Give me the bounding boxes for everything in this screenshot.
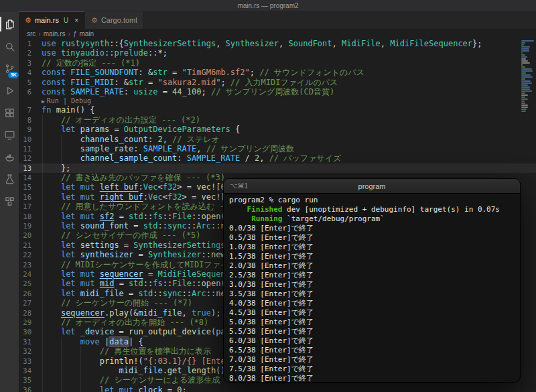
- code-line[interactable]: 2use tinyaudio::prelude::*;: [19, 48, 536, 58]
- code-text: let params = OutputDeviceParameters {: [42, 125, 536, 134]
- line-number: 16: [19, 192, 42, 202]
- activity-item-search[interactable]: [0, 39, 19, 54]
- breadcrumb-item[interactable]: main: [79, 30, 94, 38]
- code-line[interactable]: 3// 定数の指定 --- (*1): [19, 58, 536, 68]
- chevron-right-icon: ›: [38, 30, 40, 38]
- run-and-debug-icon: [4, 85, 15, 96]
- code-line[interactable]: 11 sample_rate: SAMPLE_RATE, // サンプリング周波…: [19, 144, 536, 153]
- codelens-debug-link[interactable]: Debug: [71, 97, 91, 105]
- line-number: 1: [19, 39, 42, 48]
- codelens-row: ▶Run | Debug: [19, 96, 536, 105]
- line-number: 6: [19, 87, 42, 96]
- terminal-titlebar[interactable]: ⌥⌘1 program: [224, 179, 520, 194]
- line-number: 15: [19, 182, 42, 192]
- terminal-line: Running `target/debug/program`: [229, 214, 515, 224]
- code-line[interactable]: 4const FILE_SOUNDFONT: &str = "TimGM6mb.…: [19, 68, 536, 77]
- terminal-line: 5.5/38 [Enter]で終了: [229, 327, 515, 336]
- terminal-line: program2 % cargo run: [229, 196, 515, 205]
- code-line[interactable]: 10 channels_count: 2, // ステレオ: [19, 135, 536, 144]
- line-number: 11: [19, 144, 42, 153]
- explorer-icon: [4, 19, 15, 30]
- code-line[interactable]: 8 // オーディオの出力設定 --- (*2): [19, 115, 536, 125]
- line-number: 12: [19, 153, 42, 163]
- codelens-run-link[interactable]: Run: [47, 97, 59, 105]
- code-text: const FILE_SOUNDFONT: &str = "TimGM6mb.s…: [42, 68, 536, 77]
- line-number: 20: [19, 231, 42, 240]
- line-number: 29: [19, 318, 42, 327]
- breadcrumb[interactable]: src›main.rs›ƒmain: [19, 29, 536, 39]
- code-text: const SAMPLE_RATE: usize = 44_100; // サン…: [42, 87, 536, 96]
- line-number: 34: [19, 366, 42, 375]
- tab-label: main.rs: [35, 16, 59, 24]
- vscode-window: main.rs — program2 3K ⚙main.rsU×⚙Cargo.t…: [0, 0, 536, 392]
- code-line[interactable]: 36 let mut clock = 0;: [19, 385, 536, 392]
- code-line[interactable]: 6const SAMPLE_RATE: usize = 44_100; // サ…: [19, 87, 536, 96]
- activity-item-organization[interactable]: [0, 194, 19, 208]
- testing-icon: [4, 174, 15, 185]
- activity-bar: 3K: [0, 11, 19, 392]
- activity-item-run-and-debug[interactable]: [0, 83, 19, 98]
- code-text: use tinyaudio::prelude::*;: [42, 48, 536, 58]
- run-play-icon[interactable]: ▶: [42, 99, 45, 105]
- breadcrumb-item[interactable]: main.rs: [44, 30, 66, 38]
- rust-file-icon: ⚙: [25, 17, 31, 24]
- codelens: ▶Run | Debug: [42, 96, 91, 105]
- line-number: 35: [19, 375, 42, 385]
- code-line[interactable]: 7fn main() {: [19, 105, 536, 115]
- line-number: 5: [19, 78, 42, 87]
- breadcrumb-item[interactable]: src: [27, 30, 36, 38]
- tab-main-rs[interactable]: ⚙main.rsU×: [19, 11, 85, 29]
- code-line[interactable]: 13 };: [19, 164, 536, 173]
- terminal-line: 3.0/38 [Enter]で終了: [229, 280, 515, 289]
- line-number: 9: [19, 125, 42, 134]
- line-number: 31: [19, 337, 42, 346]
- terminal-line: 2.5/38 [Enter]で終了: [229, 271, 515, 280]
- indent-guide: [61, 337, 62, 392]
- activity-item-extensions[interactable]: [0, 105, 19, 120]
- symbol-method-icon: ƒ: [73, 30, 77, 38]
- terminal-line: 7.0/38 [Enter]で終了: [229, 355, 515, 365]
- search-icon: [4, 41, 15, 52]
- code-text: fn main() {: [42, 105, 536, 115]
- code-line[interactable]: 12 channel_sample_count: SAMPLE_RATE / 2…: [19, 153, 536, 163]
- line-number: 21: [19, 241, 42, 250]
- close-tab-icon[interactable]: ×: [74, 17, 78, 24]
- containers-icon: [4, 151, 15, 163]
- minimap[interactable]: [521, 40, 535, 113]
- remote-explorer-icon: [4, 129, 15, 141]
- line-number: 18: [19, 212, 42, 221]
- terminal-output[interactable]: program2 % cargo run Finished dev [unopt…: [224, 194, 520, 382]
- line-number: 2: [19, 48, 42, 58]
- code-line[interactable]: 5const FILE_MIDI: &str = "sakura2.mid"; …: [19, 78, 536, 87]
- code-text: use rustysynth::{SynthesizerSettings, Sy…: [42, 39, 536, 48]
- activity-item-remote-explorer[interactable]: [0, 127, 19, 142]
- terminal-line: 2.0/38 [Enter]で終了: [229, 261, 515, 271]
- code-text: channels_count: 2, // ステレオ: [42, 135, 536, 144]
- line-number: 13: [19, 164, 42, 173]
- window-title: main.rs — program2: [237, 2, 298, 9]
- terminal-line: 3.5/38 [Enter]で終了: [229, 289, 515, 299]
- code-line[interactable]: 1use rustysynth::{SynthesizerSettings, S…: [19, 39, 536, 48]
- code-line[interactable]: 9 let params = OutputDeviceParameters {: [19, 125, 536, 134]
- activity-item-containers[interactable]: [0, 149, 19, 164]
- line-number: 26: [19, 289, 42, 298]
- terminal-line: 7.5/38 [Enter]で終了: [229, 365, 515, 374]
- line-number: 28: [19, 308, 42, 318]
- code-text: channel_sample_count: SAMPLE_RATE / 2, /…: [42, 153, 536, 163]
- git-status-badge: U: [64, 17, 68, 24]
- codelens-separator: |: [59, 97, 71, 105]
- tab-bar: ⚙main.rsU×⚙Cargo.toml: [19, 11, 536, 29]
- activity-item-explorer[interactable]: [0, 17, 19, 31]
- line-number: 10: [19, 135, 42, 144]
- activity-item-source-control[interactable]: 3K: [0, 61, 19, 76]
- activity-item-testing[interactable]: [0, 172, 19, 186]
- terminal-line: Finished dev [unoptimized + debuginfo] t…: [229, 205, 515, 214]
- tab-label: Cargo.toml: [101, 16, 137, 24]
- codelens-gutter-pad: [19, 96, 42, 105]
- window-titlebar: main.rs — program2: [0, 0, 536, 11]
- chevron-right-icon: ›: [68, 30, 70, 38]
- tab-cargo-toml[interactable]: ⚙Cargo.toml: [85, 11, 144, 29]
- toml-file-icon: ⚙: [91, 17, 98, 24]
- terminal-line: 6.0/38 [Enter]で終了: [229, 336, 515, 346]
- terminal-window[interactable]: ⌥⌘1 program program2 % cargo run Finishe…: [224, 179, 520, 382]
